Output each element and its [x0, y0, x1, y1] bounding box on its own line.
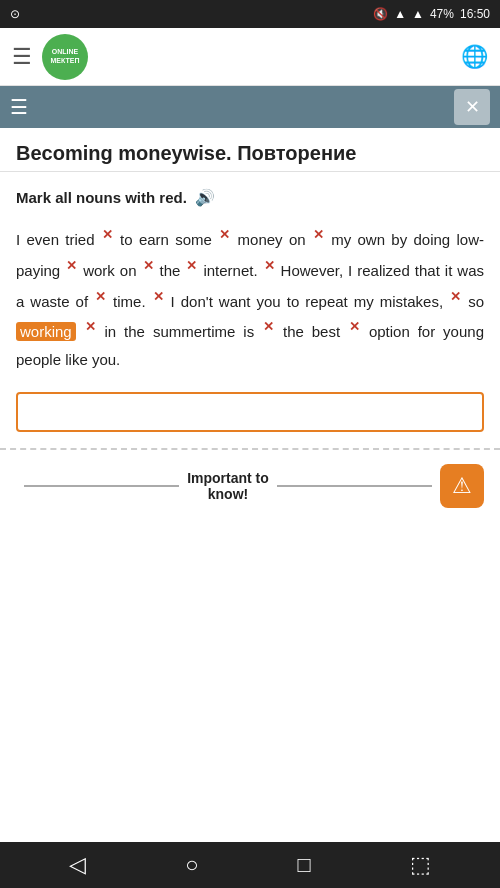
status-left: ⊙	[10, 7, 20, 21]
page-title-bar: Becoming moneywise. Повторение	[0, 128, 500, 172]
network-icon: ▲	[412, 7, 424, 21]
instruction-row: Mark all nouns with red. 🔊	[16, 188, 484, 207]
recents-button[interactable]: □	[297, 852, 310, 878]
red-x-9: ✕	[153, 289, 164, 304]
red-x-11: ✕	[85, 319, 96, 334]
red-x-7: ✕	[264, 258, 275, 273]
red-x-8: ✕	[95, 289, 106, 304]
right-line	[277, 485, 432, 487]
globe-icon[interactable]: 🌐	[461, 44, 488, 70]
status-right: 🔇 ▲ ▲ 47% 16:50	[373, 7, 490, 21]
red-x-12: ✕	[263, 319, 274, 334]
wifi-icon: ▲	[394, 7, 406, 21]
bottom-spacer	[0, 522, 500, 568]
red-x-1: ✕	[102, 227, 113, 242]
back-button[interactable]: ◁	[69, 852, 86, 878]
instruction-text: Mark all nouns with red.	[16, 189, 187, 206]
top-nav: ☰ ONLINE МЕКТЕП 🌐	[0, 28, 500, 86]
logo-line1: ONLINE	[52, 48, 78, 56]
red-x-4: ✕	[66, 258, 77, 273]
banner-text: Important to know!	[187, 470, 269, 502]
red-x-2: ✕	[219, 227, 230, 242]
answer-input[interactable]	[16, 392, 484, 432]
left-line	[24, 485, 179, 487]
mute-icon: 🔇	[373, 7, 388, 21]
share-button[interactable]: ⬚	[410, 852, 431, 878]
red-x-10: ✕	[450, 289, 461, 304]
status-bar: ⊙ 🔇 ▲ ▲ 47% 16:50	[0, 0, 500, 28]
time-text: 16:50	[460, 7, 490, 21]
battery-text: 47%	[430, 7, 454, 21]
home-button[interactable]: ○	[185, 852, 198, 878]
audio-icon[interactable]: 🔊	[195, 188, 215, 207]
logo[interactable]: ONLINE МЕКТЕП	[42, 34, 88, 80]
logo-line2: МЕКТЕП	[51, 57, 80, 65]
warning-button[interactable]: ⚠	[440, 464, 484, 508]
hamburger-icon[interactable]: ☰	[12, 44, 32, 70]
red-x-5: ✕	[143, 258, 154, 273]
red-x-6: ✕	[186, 258, 197, 273]
text-block: I even tried ✕ to earn some ✕ money on ✕…	[16, 223, 484, 374]
main-content: Mark all nouns with red. 🔊 I even tried …	[0, 172, 500, 432]
nav-left: ☰ ONLINE МЕКТЕП	[12, 34, 88, 80]
highlighted-working[interactable]: working	[16, 322, 76, 341]
page-title: Becoming moneywise. Повторение	[16, 142, 484, 165]
bottom-banner: Important to know! ⚠	[0, 448, 500, 522]
app-icon: ⊙	[10, 7, 20, 21]
sub-nav-hamburger-icon[interactable]: ☰	[10, 95, 28, 119]
bottom-nav: ◁ ○ □ ⬚	[0, 842, 500, 888]
red-x-3: ✕	[313, 227, 324, 242]
close-button[interactable]: ✕	[454, 89, 490, 125]
red-x-13: ✕	[349, 319, 360, 334]
sub-nav: ☰ ✕	[0, 86, 500, 128]
input-area	[16, 392, 484, 432]
